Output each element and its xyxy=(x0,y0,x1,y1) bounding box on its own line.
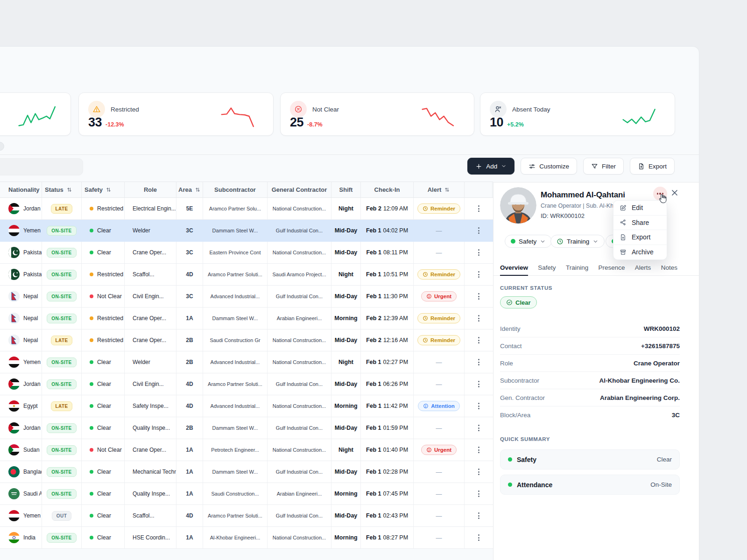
row-kebab-menu-button[interactable] xyxy=(475,246,482,259)
column-header-label: Area xyxy=(178,186,192,193)
tab-overview[interactable]: Overview xyxy=(500,260,528,275)
status-cell: ON-SITE xyxy=(42,461,82,483)
row-kebab-menu-button[interactable] xyxy=(475,488,482,500)
table-row[interactable]: SudanON-SITENot ClearCrane Oper...1APetr… xyxy=(0,439,493,461)
filter-button[interactable]: Filter xyxy=(583,158,624,175)
row-kebab-menu-button[interactable] xyxy=(475,510,482,522)
checkin-label: Feb 108:27 PM xyxy=(366,534,408,541)
row-kebab-menu-button[interactable] xyxy=(475,203,482,215)
training-chip[interactable]: Training xyxy=(550,235,605,248)
area-label: 1A xyxy=(186,490,193,497)
role-cell: Civil Engin... xyxy=(125,286,176,307)
table-row[interactable]: JordanON-SITEClearCivil Engin...4DAramco… xyxy=(0,373,493,395)
table-row[interactable]: IndiaON-SITEClearHSE Coordin...1AAl-Khob… xyxy=(0,527,493,549)
no-alert-dash: — xyxy=(436,512,442,519)
general-contractor-cell: Gulf Industrial Con... xyxy=(268,286,331,307)
tab-safety[interactable]: Safety xyxy=(538,260,556,275)
green-dot-icon xyxy=(508,483,512,487)
area-label: 2B xyxy=(186,337,193,343)
general-contractor-cell: National Construction... xyxy=(268,351,331,373)
row-kebab-menu-button[interactable] xyxy=(475,224,482,237)
field-value: Arabian Engineering Corp. xyxy=(600,394,680,401)
column-header-alert[interactable]: Alert xyxy=(414,182,465,197)
checkin-label: Feb 102:28 PM xyxy=(366,469,408,475)
tab-alerts[interactable]: Alerts xyxy=(635,260,651,275)
safety-cell: Restricted xyxy=(82,329,125,351)
nationality-cell: Jordan xyxy=(0,198,42,219)
close-icon[interactable] xyxy=(670,188,679,197)
tab-training[interactable]: Training xyxy=(566,260,588,275)
shift-cell: Mid-Day xyxy=(331,286,361,307)
role-label: Welder xyxy=(133,359,150,365)
table-row[interactable]: NepalON-SITENot ClearCivil Engin...3CAdv… xyxy=(0,286,493,308)
checkin-cell: Feb 111:30 PM xyxy=(361,286,414,307)
row-kebab-menu-button[interactable] xyxy=(475,290,482,302)
safety-dot-icon xyxy=(90,360,93,364)
stat-label: Not Clear xyxy=(312,106,339,113)
row-kebab-menu-button[interactable] xyxy=(475,444,482,456)
role-cell: Scaffol... xyxy=(125,505,176,526)
alert-cell: Reminder xyxy=(414,308,465,329)
row-kebab-menu-button[interactable] xyxy=(475,334,482,346)
column-header-area[interactable]: Area xyxy=(176,182,203,197)
tab-presence[interactable]: Presence xyxy=(599,260,625,275)
table-row[interactable]: JordanON-SITEClearQuality Inspe...2BDamm… xyxy=(0,417,493,439)
table-row[interactable]: NepalON-SITERestrictedCrane Oper...1ADam… xyxy=(0,308,493,329)
subcontractor-cell: Advanced Industrial... xyxy=(203,286,268,307)
export-button[interactable]: Export xyxy=(630,158,675,175)
status-badge: ON-SITE xyxy=(47,270,76,280)
general-contractor-cell: National Construction... xyxy=(268,242,331,263)
menu-item-archive[interactable]: Archive xyxy=(613,245,667,260)
safety-dot-icon xyxy=(90,536,93,539)
safety-cell: Clear xyxy=(82,417,125,439)
safety-label: Clear xyxy=(97,403,111,409)
safety-chip[interactable]: Safety xyxy=(505,235,552,248)
row-kebab-menu-button[interactable] xyxy=(475,378,482,390)
general-contractor-cell: National Construction... xyxy=(268,329,331,351)
table-row[interactable]: JordanLATERestrictedElectrical Engin...5… xyxy=(0,198,493,220)
area-cell: 4D xyxy=(176,373,203,395)
checkin-cell: Feb 111:42 PM xyxy=(361,395,414,417)
row-kebab-menu-button[interactable] xyxy=(475,466,482,478)
checkin-label: Feb 111:30 PM xyxy=(366,293,408,300)
table-row[interactable]: EgyptLATEClearSafety Inspe...4DAdvanced … xyxy=(0,395,493,417)
table-row[interactable]: Saudi ArabiaON-SITEClearQuality Inspe...… xyxy=(0,483,493,505)
table-row[interactable]: YemenON-SITEClearWelder2BAdvanced Indust… xyxy=(0,351,493,373)
tab-notes[interactable]: Notes xyxy=(661,260,677,275)
status-badge-label: Clear xyxy=(515,299,531,306)
menu-item-export[interactable]: Export xyxy=(613,230,667,245)
column-header-safety[interactable]: Safety xyxy=(82,182,125,197)
add-button[interactable]: Add xyxy=(467,158,514,175)
nationality-cell: Egypt xyxy=(0,395,42,417)
row-kebab-menu-button[interactable] xyxy=(475,356,482,368)
table-row[interactable]: NepalLATERestrictedCrane Oper...2BSaudi … xyxy=(0,329,493,351)
table-row[interactable]: YemenON-SITEClearWelder3CDammam Steel W.… xyxy=(0,220,493,242)
status-cell: LATE xyxy=(42,329,82,351)
table-row[interactable]: PakistanON-SITERestrictedScaffol...4DAra… xyxy=(0,264,493,286)
safety-dot-icon xyxy=(90,316,93,320)
menu-item-share[interactable]: Share xyxy=(613,216,667,231)
table-row[interactable]: BangladeshON-SITEClearMechanical Techni.… xyxy=(0,461,493,483)
row-kebab-menu-button[interactable] xyxy=(475,422,482,434)
row-kebab-menu-button[interactable] xyxy=(475,312,482,324)
checkin-cell: Feb 101:40 PM xyxy=(361,439,414,461)
search-input[interactable] xyxy=(0,158,83,175)
checkin-cell: Feb 101:59 PM xyxy=(361,417,414,439)
actions-cell xyxy=(465,505,493,526)
row-kebab-menu-button[interactable] xyxy=(475,400,482,412)
row-kebab-menu-button[interactable] xyxy=(475,532,482,544)
customize-button[interactable]: Customize xyxy=(521,158,577,175)
area-label: 4D xyxy=(186,271,193,278)
row-kebab-menu-button[interactable] xyxy=(475,268,482,280)
flag-icon-saudi-arabia xyxy=(8,488,20,499)
safety-label: Clear xyxy=(97,534,111,541)
safety-label: Restricted xyxy=(97,337,123,343)
sparkline-up xyxy=(17,103,60,129)
stat-card-not-clear: Not Clear 25 -8.7% xyxy=(280,92,474,136)
table-row[interactable]: YemenOUTClearScaffol...4DAramco Partner … xyxy=(0,505,493,527)
column-header-status[interactable]: Status xyxy=(42,182,82,197)
table-row[interactable]: PakistanON-SITEClearCrane Oper...3CEaste… xyxy=(0,242,493,264)
nationality-label: Yemen xyxy=(23,512,41,519)
shift-cell: Night xyxy=(331,264,361,285)
flag-icon-india xyxy=(8,532,20,543)
